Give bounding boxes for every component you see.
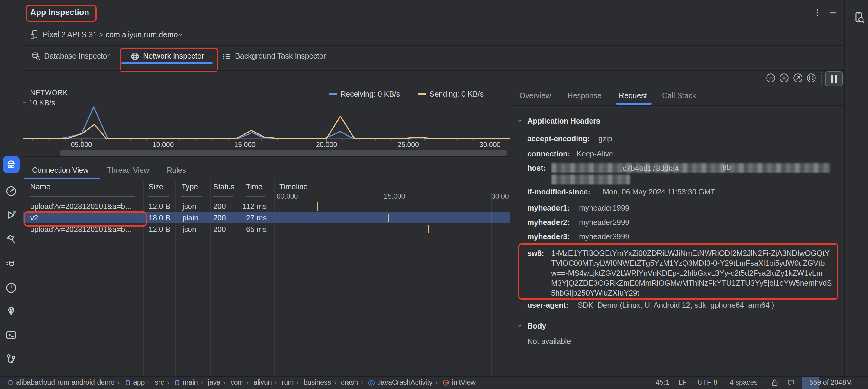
zoom-in-button[interactable] bbox=[779, 72, 789, 85]
section-rule bbox=[632, 120, 836, 121]
breadcrumb-item[interactable]: app bbox=[117, 379, 145, 387]
breadcrumb-item[interactable]: crash bbox=[334, 379, 358, 387]
tab-database-inspector[interactable]: Database Inspector bbox=[29, 48, 117, 69]
body-content: Not available bbox=[527, 336, 571, 347]
column-header-type[interactable]: Type bbox=[182, 181, 198, 192]
reset-zoom-button[interactable] bbox=[793, 72, 803, 85]
breadcrumb-label: alibabacloud-rum-android-demo bbox=[16, 379, 115, 387]
profiler-tool-button[interactable] bbox=[4, 184, 18, 199]
tab-background-task-inspector[interactable]: Background Task Inspector bbox=[220, 48, 338, 69]
column-header-size[interactable]: Size bbox=[149, 181, 163, 192]
network-traffic-chart[interactable] bbox=[23, 89, 509, 144]
tab-network-inspector[interactable]: Network Inspector bbox=[128, 48, 210, 69]
layout-inspector-tool-button[interactable] bbox=[852, 11, 866, 25]
gem-tool-button[interactable] bbox=[4, 305, 18, 319]
caret-position[interactable]: 45:1 bbox=[656, 376, 669, 389]
tab-rules[interactable]: Rules bbox=[167, 165, 186, 175]
tab-response[interactable]: Response bbox=[567, 90, 601, 100]
tab-thread-view[interactable]: Thread View bbox=[107, 165, 149, 175]
zoom-in-icon bbox=[779, 72, 789, 83]
tab-request[interactable]: Request bbox=[619, 90, 647, 100]
breadcrumb-item[interactable]: rum bbox=[275, 379, 294, 387]
breadcrumb-item[interactable]: src bbox=[147, 379, 164, 387]
cell-status: 200 bbox=[213, 212, 226, 223]
breadcrumb-item[interactable]: m initView bbox=[435, 379, 476, 387]
sw8-line: M3YjQ2ZDE3OGRkZmE0MmRiOGMwMThiNzFkYTU1ZT… bbox=[551, 278, 832, 288]
left-tool-strip bbox=[0, 0, 23, 376]
chart-horizontal-scrollbar[interactable] bbox=[60, 150, 507, 156]
cell-size: 12.0 B bbox=[149, 201, 170, 212]
tab-label: Network Inspector bbox=[143, 51, 204, 61]
app-inspection-tool-button[interactable] bbox=[3, 156, 20, 173]
header-key: myheader3: bbox=[527, 231, 569, 242]
database-icon bbox=[31, 51, 41, 62]
breadcrumb: alibabacloud-rum-android-demo app src ma… bbox=[7, 376, 476, 389]
header-value: myheader3999 bbox=[579, 231, 629, 242]
pause-live-button[interactable] bbox=[825, 71, 843, 86]
breadcrumb-label: main bbox=[183, 379, 198, 387]
breadcrumb-item[interactable]: main bbox=[167, 379, 198, 387]
column-header-time[interactable]: Time bbox=[246, 181, 262, 192]
timeline-gridline-30s bbox=[491, 193, 492, 376]
cell-name: upload?v=2023120101&a=b... bbox=[30, 224, 131, 235]
tab-overview[interactable]: Overview bbox=[520, 90, 551, 100]
column-header-status[interactable]: Status bbox=[213, 181, 235, 192]
zoom-to-selection-icon bbox=[806, 72, 817, 83]
header-value: Keep-Alive bbox=[577, 149, 613, 159]
device-process-selector[interactable]: Pixel 2 API S 31 > com.aliyun.rum.demo bbox=[27, 27, 196, 42]
notifications-button[interactable] bbox=[786, 378, 796, 388]
breadcrumb-item[interactable]: com bbox=[223, 379, 243, 387]
cell-type: plain bbox=[182, 212, 198, 223]
panel-title: App Inspection bbox=[30, 7, 89, 18]
device-process-label: Pixel 2 API S 31 > com.aliyun.rum.demo bbox=[43, 29, 178, 39]
header-key: accept-encoding: bbox=[527, 133, 590, 144]
indent-setting[interactable]: 4 spaces bbox=[730, 376, 757, 389]
zoom-out-button[interactable] bbox=[765, 72, 776, 85]
pause-icon bbox=[831, 75, 833, 83]
file-encoding[interactable]: UTF-8 bbox=[698, 376, 717, 389]
globe-icon bbox=[130, 51, 140, 62]
readonly-toggle[interactable] bbox=[770, 378, 779, 388]
panel-minimize-button[interactable] bbox=[828, 8, 838, 19]
column-header-timeline[interactable]: Timeline bbox=[279, 181, 308, 192]
header-key: if-modified-since: bbox=[527, 187, 590, 197]
method-icon: m bbox=[442, 379, 450, 386]
breadcrumb-item[interactable]: alibabacloud-rum-android-demo bbox=[7, 379, 115, 387]
header-key: myheader2: bbox=[527, 217, 569, 228]
panel-options-button[interactable] bbox=[812, 8, 822, 19]
sw8-line: TVlOC00MTcyLWI0NWEtZTg5YzM1YzQ3MDI3-0-Y2… bbox=[551, 258, 832, 268]
app-quality-insights-tool-button[interactable] bbox=[4, 257, 18, 272]
android-studio-window: App Inspection Pixel 2 API S 31 > com.al… bbox=[0, 0, 868, 389]
tab-call-stack[interactable]: Call Stack bbox=[662, 90, 696, 100]
version-control-tool-button[interactable] bbox=[4, 353, 18, 367]
tab-connection-view[interactable]: Connection View bbox=[32, 165, 89, 175]
timeline-event-tick bbox=[317, 202, 318, 210]
request-tab-underline bbox=[616, 103, 652, 105]
column-header-name[interactable]: Name bbox=[30, 181, 51, 192]
memory-indicator[interactable]: 559 of 2048M bbox=[809, 376, 852, 389]
application-headers-section-toggle[interactable]: Application Headers bbox=[517, 115, 637, 127]
build-tool-button[interactable] bbox=[4, 233, 18, 247]
breadcrumb-item[interactable]: C JavaCrashActivity bbox=[361, 379, 433, 387]
unlock-icon bbox=[770, 378, 779, 387]
svg-text:m: m bbox=[444, 381, 448, 385]
timeline-gridline-15s bbox=[384, 193, 384, 376]
terminal-tool-button[interactable] bbox=[4, 328, 18, 343]
connection-view-underline bbox=[24, 178, 100, 179]
module-icon bbox=[174, 379, 181, 386]
table-row-selected[interactable]: v2 18.0 B plain 200 27 ms bbox=[23, 212, 509, 223]
run-tool-button[interactable] bbox=[4, 208, 18, 223]
line-ending[interactable]: LF bbox=[679, 376, 687, 389]
zoom-to-selection-button[interactable] bbox=[806, 72, 817, 85]
header-key: connection: bbox=[527, 149, 570, 159]
breadcrumb-item[interactable]: aliyun bbox=[246, 379, 272, 387]
table-row[interactable]: upload?v=2023120101&a=b... 12.0 B json 2… bbox=[23, 201, 509, 212]
cell-type: json bbox=[182, 201, 196, 212]
table-row[interactable]: upload?v=2023120101&a=b... 12.0 B json 2… bbox=[23, 223, 509, 235]
cell-name: upload?v=2023120101&a=b... bbox=[30, 201, 131, 212]
problems-tool-button[interactable] bbox=[4, 281, 18, 296]
breadcrumb-item[interactable]: business bbox=[296, 379, 331, 387]
pane-divider[interactable] bbox=[509, 88, 510, 376]
timeline-event-tick bbox=[428, 225, 429, 234]
breadcrumb-item[interactable]: java bbox=[200, 379, 220, 387]
